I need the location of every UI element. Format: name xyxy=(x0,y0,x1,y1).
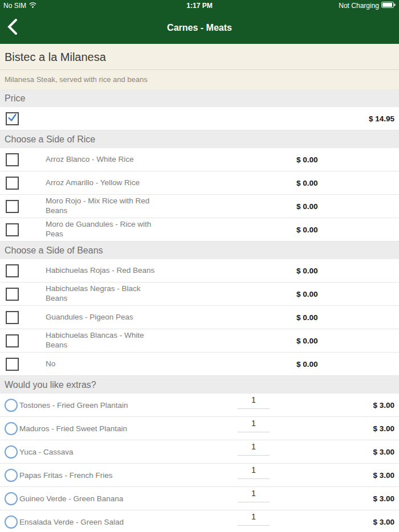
option-price: $ 0.00 xyxy=(296,202,318,211)
extra-label: Maduros - Fried Sweet Plantain xyxy=(19,424,127,433)
checkbox-unchecked[interactable] xyxy=(6,334,19,347)
checkbox-unchecked[interactable] xyxy=(6,200,19,213)
option-price: $ 0.00 xyxy=(296,179,318,187)
option-row[interactable]: Guandules - Pigeon Peas $ 0.00 xyxy=(0,306,399,329)
option-price: $ 0.00 xyxy=(296,155,318,164)
extra-label: Guineo Verde - Green Banana xyxy=(19,494,123,503)
item-description: Milanesa Steak, served with rice and bea… xyxy=(0,70,399,89)
radio-unchecked[interactable] xyxy=(5,399,18,412)
section-header-extras: Would you like extras? xyxy=(0,376,399,394)
quantity-input[interactable]: 1 xyxy=(238,395,270,409)
radio-unchecked[interactable] xyxy=(5,515,18,529)
extra-row[interactable]: Ensalada Verde - Green Salad 1 $ 3.00 xyxy=(0,510,399,532)
item-header: Bistec a la Milanesa Milanesa Steak, ser… xyxy=(0,44,399,89)
quantity-input[interactable]: 1 xyxy=(238,465,270,479)
checkbox-unchecked[interactable] xyxy=(6,358,19,371)
battery-status-label: Not Charging xyxy=(339,2,379,10)
price-row[interactable]: $ 14.95 xyxy=(0,107,399,130)
radio-unchecked[interactable] xyxy=(5,422,18,435)
option-row[interactable]: Moro de Guandules - Rice with Peas $ 0.0… xyxy=(0,218,399,242)
option-row[interactable]: Habichuelas Rojas - Red Beans $ 0.00 xyxy=(0,259,399,283)
option-label: Habichuelas Negras - Black Beans xyxy=(46,284,163,304)
option-label: Arroz Blanco - White Rice xyxy=(46,155,163,165)
option-price: $ 0.00 xyxy=(296,337,318,345)
extra-price: $ 3.00 xyxy=(373,518,394,526)
option-price: $ 0.00 xyxy=(296,360,318,369)
wifi-icon xyxy=(29,2,36,10)
option-price: $ 0.00 xyxy=(296,290,318,298)
item-price: $ 14.95 xyxy=(369,114,394,123)
quantity-input[interactable]: 1 xyxy=(238,419,270,432)
option-row[interactable]: Arroz Amarillo - Yellow Rice $ 0.00 xyxy=(0,171,399,195)
section-header-price: Price xyxy=(0,89,399,107)
checkbox-unchecked[interactable] xyxy=(6,264,19,277)
extra-row[interactable]: Tostones - Fried Green Plantain 1 $ 3.00 xyxy=(0,394,399,417)
option-row[interactable]: No $ 0.00 xyxy=(0,353,399,376)
extra-row[interactable]: Guineo Verde - Green Banana 1 $ 3.00 xyxy=(0,487,399,510)
checkbox-checked[interactable] xyxy=(6,112,19,125)
option-price: $ 0.00 xyxy=(296,226,318,234)
radio-unchecked[interactable] xyxy=(5,469,18,482)
extra-price: $ 3.00 xyxy=(373,494,394,503)
option-label: Moro de Guandules - Rice with Peas xyxy=(46,220,163,239)
extra-price: $ 3.00 xyxy=(373,471,394,480)
section-header-beans: Choose a Side of Beans xyxy=(0,242,399,259)
app-screen: No SIM 1:17 PM Not Charging xyxy=(0,0,399,532)
checkbox-unchecked[interactable] xyxy=(6,223,19,236)
option-label: Habichuelas Rojas - Red Beans xyxy=(46,266,163,276)
checkbox-unchecked[interactable] xyxy=(6,177,19,190)
extra-label: Ensalada Verde - Green Salad xyxy=(19,518,124,526)
option-price: $ 0.00 xyxy=(296,267,318,275)
option-label: Moro Rojo - Mix Rice with Red Beans xyxy=(46,197,163,216)
extra-row[interactable]: Papas Fritas - French Fries 1 $ 3.00 xyxy=(0,464,399,487)
back-chevron-icon xyxy=(7,18,18,38)
extra-price: $ 3.00 xyxy=(373,424,394,433)
option-label: No xyxy=(46,359,163,369)
battery-icon xyxy=(381,2,396,10)
carrier-label: No SIM xyxy=(3,2,26,10)
radio-unchecked[interactable] xyxy=(5,445,18,459)
extra-label: Yuca - Cassava xyxy=(19,448,74,456)
nav-bar: Carnes - Meats xyxy=(0,11,399,44)
option-row[interactable]: Habichuelas Negras - Black Beans $ 0.00 xyxy=(0,283,399,306)
option-row[interactable]: Moro Rojo - Mix Rice with Red Beans $ 0.… xyxy=(0,195,399,218)
radio-unchecked[interactable] xyxy=(5,492,18,505)
extra-label: Papas Fritas - French Fries xyxy=(19,471,113,480)
option-row[interactable]: Arroz Blanco - White Rice $ 0.00 xyxy=(0,148,399,171)
item-title: Bistec a la Milanesa xyxy=(0,44,399,69)
section-header-rice: Choose a Side of Rice xyxy=(0,130,399,148)
option-row[interactable]: Habichuelas Blancas - White Beans $ 0.00 xyxy=(0,329,399,353)
page-title: Carnes - Meats xyxy=(167,23,232,33)
extra-price: $ 3.00 xyxy=(373,448,394,456)
checkbox-unchecked[interactable] xyxy=(6,153,19,166)
extra-label: Tostones - Fried Green Plantain xyxy=(19,401,128,410)
quantity-input[interactable]: 1 xyxy=(238,442,270,456)
checkmark-icon xyxy=(7,113,17,125)
option-label: Habichuelas Blancas - White Beans xyxy=(46,331,163,350)
status-bar: No SIM 1:17 PM Not Charging xyxy=(0,0,399,11)
option-price: $ 0.00 xyxy=(296,313,318,322)
extra-row[interactable]: Maduros - Fried Sweet Plantain 1 $ 3.00 xyxy=(0,417,399,440)
option-label: Arroz Amarillo - Yellow Rice xyxy=(46,178,163,188)
extra-price: $ 3.00 xyxy=(373,401,394,410)
checkbox-unchecked[interactable] xyxy=(6,288,19,301)
back-button[interactable] xyxy=(5,19,21,36)
checkbox-unchecked[interactable] xyxy=(6,311,19,324)
quantity-input[interactable]: 1 xyxy=(238,512,270,526)
quantity-input[interactable]: 1 xyxy=(238,489,270,502)
extra-row[interactable]: Yuca - Cassava 1 $ 3.00 xyxy=(0,440,399,464)
option-label: Guandules - Pigeon Peas xyxy=(46,313,163,322)
